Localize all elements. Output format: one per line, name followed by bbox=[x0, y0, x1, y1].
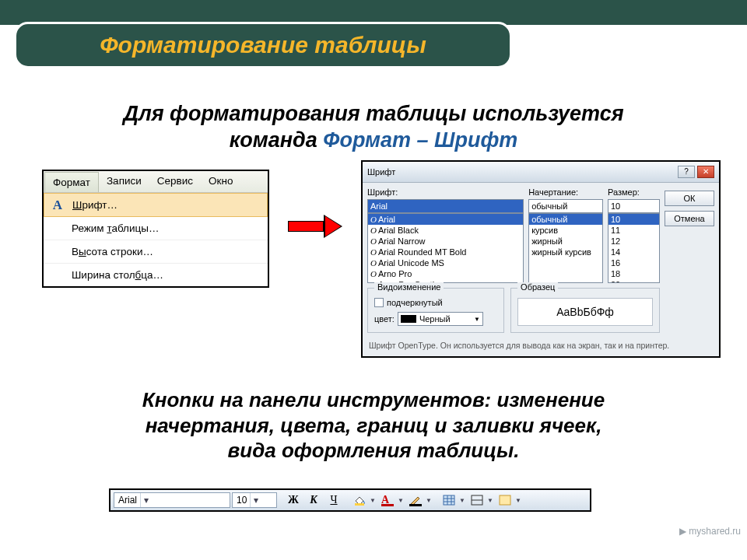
menu-item-colwidth[interactable]: Ширина столбца… bbox=[44, 264, 268, 286]
chevron-down-icon: ▾ bbox=[250, 493, 261, 507]
underline-checkbox[interactable]: подчеркнутый bbox=[374, 298, 497, 307]
italic-button[interactable]: К bbox=[304, 492, 323, 509]
size-input[interactable]: 10 bbox=[608, 199, 660, 213]
intro-text: Для форматирования таблицы используется … bbox=[31, 101, 716, 154]
chevron-down-icon[interactable]: ▼ bbox=[458, 497, 466, 504]
chevron-down-icon[interactable]: ▼ bbox=[397, 497, 405, 504]
chevron-down-icon[interactable]: ▼ bbox=[514, 497, 522, 504]
fill-icon bbox=[499, 495, 511, 506]
label-color: цвет: bbox=[374, 314, 395, 324]
menu-format[interactable]: Формат bbox=[44, 172, 99, 192]
close-button[interactable]: ✕ bbox=[697, 166, 714, 178]
sample-preview: AaBbБбФф bbox=[517, 298, 653, 326]
menu-records[interactable]: Записи bbox=[99, 171, 149, 192]
menu-service[interactable]: Сервис bbox=[149, 171, 201, 192]
fill-color-button[interactable] bbox=[350, 492, 369, 509]
font-list[interactable]: OArial OArial Black OArial Narrow OArial… bbox=[367, 213, 524, 283]
bottom-paragraph: Кнопки на панели инструментов: изменение… bbox=[31, 387, 716, 464]
black-swatch-icon bbox=[401, 315, 416, 323]
menu-item-font[interactable]: A Шрифт… bbox=[44, 193, 268, 217]
menu-screenshot: Формат Записи Сервис Окно A Шрифт… Режим… bbox=[42, 170, 269, 288]
letter-a-icon: A bbox=[51, 198, 65, 212]
slide-title: Форматирование таблицы bbox=[14, 22, 512, 68]
sample-group: Образец AaBbБбФф bbox=[510, 288, 660, 333]
cancel-button[interactable]: Отмена bbox=[665, 211, 714, 226]
chevron-down-icon: ▼ bbox=[474, 316, 480, 323]
checkbox-icon bbox=[374, 298, 384, 307]
effects-group: Видоизменение подчеркнутый цвет: Черный … bbox=[367, 288, 504, 333]
help-button[interactable]: ? bbox=[678, 166, 695, 178]
color-select[interactable]: Черный ▼ bbox=[398, 312, 483, 326]
menu-item-rowheight[interactable]: Высота строки… bbox=[44, 240, 268, 264]
font-input[interactable]: Arial bbox=[367, 199, 524, 213]
border-icon bbox=[471, 495, 483, 506]
chevron-down-icon: ▾ bbox=[140, 493, 151, 507]
label-style: Начертание: bbox=[528, 187, 603, 197]
arrow-right bbox=[282, 215, 349, 238]
fill-button[interactable] bbox=[496, 492, 514, 509]
font-color-button[interactable]: A bbox=[378, 492, 397, 509]
size-combo[interactable]: 10 ▾ bbox=[232, 492, 277, 508]
menu-dropdown: A Шрифт… Режим таблицы… Высота строки… Ш… bbox=[44, 193, 268, 286]
ok-button[interactable]: ОК bbox=[665, 191, 714, 206]
label-font: Шрифт: bbox=[367, 187, 524, 197]
bucket-icon bbox=[353, 495, 366, 506]
font-combo[interactable]: Arial ▾ bbox=[114, 492, 230, 508]
intro-accent: Формат – Шрифт bbox=[323, 128, 517, 152]
menu-bar: Формат Записи Сервис Окно bbox=[44, 171, 268, 193]
bold-button[interactable]: Ж bbox=[284, 492, 303, 509]
gridlines-button[interactable] bbox=[440, 492, 458, 509]
style-input[interactable]: обычный bbox=[528, 199, 603, 213]
border-style-button[interactable] bbox=[468, 492, 486, 509]
menu-item-tablemode[interactable]: Режим таблицы… bbox=[44, 217, 268, 240]
chevron-down-icon[interactable]: ▼ bbox=[425, 497, 433, 504]
svg-rect-7 bbox=[500, 495, 510, 505]
label-size: Размер: bbox=[608, 187, 660, 197]
intro-line1: Для форматирования таблицы используется bbox=[123, 102, 623, 125]
chevron-down-icon[interactable]: ▼ bbox=[369, 497, 377, 504]
line-color-button[interactable] bbox=[406, 492, 425, 509]
style-list[interactable]: обычный курсив жирный жирный курсив bbox=[528, 213, 603, 283]
svg-rect-0 bbox=[444, 495, 454, 505]
size-list[interactable]: 10 11 12 14 16 18 20 bbox=[608, 213, 660, 283]
font-dialog: Шрифт ? ✕ Шрифт: Arial OArial OArial Bla… bbox=[361, 160, 721, 358]
watermark: ▶ myshared.ru bbox=[679, 526, 741, 537]
grid-icon bbox=[443, 495, 455, 506]
menu-window[interactable]: Окно bbox=[201, 171, 240, 192]
underline-button[interactable]: Ч bbox=[324, 492, 343, 509]
dialog-footer-text: Шрифт OpenType. Он используется для выво… bbox=[363, 339, 719, 356]
screenshots-row: Формат Записи Сервис Окно A Шрифт… Режим… bbox=[42, 170, 721, 358]
intro-line2-prefix: команда bbox=[230, 128, 324, 152]
chevron-down-icon[interactable]: ▼ bbox=[486, 497, 494, 504]
dialog-title: Шрифт bbox=[367, 167, 395, 177]
formatting-toolbar: Arial ▾ 10 ▾ Ж К Ч ▼ A ▼ ▼ bbox=[109, 488, 591, 512]
dialog-titlebar: Шрифт ? ✕ bbox=[363, 162, 719, 183]
